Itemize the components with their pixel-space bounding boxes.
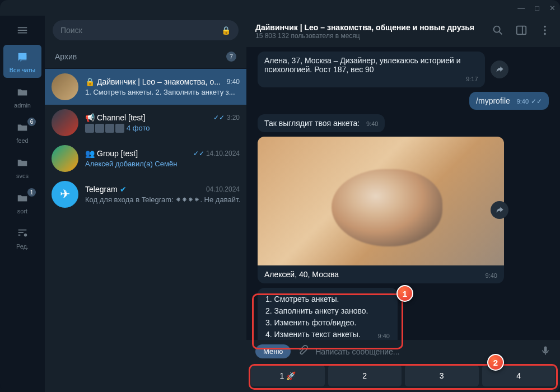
- rail-all-chats[interactable]: Все чаты: [3, 45, 41, 78]
- chat-name: 📢Channel [test]: [85, 113, 145, 122]
- chat-time: 9:40: [227, 78, 240, 86]
- chat-preview: Код для входа в Telegram: ⁕⁕⁕⁕. Не давай…: [85, 195, 240, 204]
- svg-rect-2: [517, 26, 526, 35]
- voice-icon[interactable]: [540, 345, 551, 358]
- message-time: 9:17: [466, 76, 478, 82]
- avatar: [52, 145, 78, 172]
- menu-option: 2. Заполнить анкету заново.: [265, 305, 390, 317]
- rail-label: admin: [14, 102, 31, 109]
- bot-menu-button[interactable]: Меню: [255, 344, 291, 358]
- search-placeholder: Поиск: [60, 26, 82, 35]
- rail-edit[interactable]: Ред.: [3, 221, 41, 254]
- folder-rail: Все чаты admin feed 6 svcs sort 1 Ред.: [0, 16, 45, 392]
- rail-folder-feed[interactable]: feed 6: [3, 115, 41, 148]
- unread-badge: 6: [27, 118, 36, 126]
- chat-time: ✓✓ 3:20: [213, 114, 240, 122]
- unread-badge: 1: [27, 188, 36, 197]
- svg-point-5: [544, 33, 546, 35]
- profile-photo[interactable]: [258, 137, 504, 265]
- rail-label: feed: [16, 137, 28, 144]
- chat-item[interactable]: 📢Channel [test] ✓✓ 3:20 4 фото: [45, 105, 246, 141]
- chat-preview: 4 фото: [85, 124, 240, 133]
- chat-name: 🔒Дайвинчик | Leo – знакомства, о...: [85, 77, 221, 86]
- message-time: 9:40: [517, 98, 529, 105]
- read-checks-icon: ✓✓: [193, 150, 204, 157]
- input-area: Меню Написать сообщение...: [246, 340, 560, 363]
- avatar: [52, 73, 78, 100]
- minimize-button[interactable]: —: [517, 4, 525, 12]
- message-time: 9:40: [378, 332, 390, 340]
- chat-item[interactable]: 👥Group [test] ✓✓ 14.10.2024 Алексей доба…: [45, 141, 246, 176]
- rail-label: Все чаты: [10, 67, 36, 73]
- menu-button[interactable]: [11, 21, 34, 39]
- chat-item[interactable]: 🔒Дайвинчик | Leo – знакомства, о... 9:40…: [45, 69, 246, 105]
- rail-folder-sort[interactable]: sort 1: [3, 186, 41, 219]
- read-checks-icon: ✓✓: [213, 114, 225, 122]
- message-photo[interactable]: Алексей, 40, Москва 9:40: [258, 137, 485, 283]
- avatar: [52, 109, 78, 136]
- rail-folder-svcs[interactable]: svcs: [3, 151, 41, 184]
- verified-icon: ✔: [120, 185, 127, 194]
- message-menu[interactable]: 1. Смотреть анкеты. 2. Заполнить анкету …: [258, 288, 398, 340]
- menu-option: 1. Смотреть анкеты.: [265, 293, 390, 305]
- keyboard-button-1[interactable]: 1 🚀: [251, 365, 325, 386]
- folder-icon: [15, 85, 30, 100]
- chat-time: 04.10.2024: [206, 185, 240, 193]
- folder-icon: [15, 155, 30, 171]
- chat-list-sidebar: Поиск 🔒 Архив 7 🔒Дайвинчик | Leo – знако…: [45, 16, 246, 392]
- sidebar-toggle-icon[interactable]: [515, 24, 528, 39]
- chat-item[interactable]: ✈ Telegram ✔ 04.10.2024 Код для входа в …: [45, 176, 246, 212]
- svg-rect-6: [544, 346, 547, 352]
- message-time: 9:40: [366, 120, 378, 127]
- chat-header[interactable]: Дайвинчик | Leo – знакомства, общение и …: [246, 16, 560, 47]
- menu-option: 3. Изменить фото/видео.: [265, 317, 390, 329]
- chat-name: 👥Group [test]: [85, 149, 138, 158]
- read-checks-icon: ✓✓: [531, 97, 542, 105]
- message-text: Алена, 37, Москва – Дизайнер, увлекаюсь …: [264, 56, 460, 74]
- keyboard-button-3[interactable]: 3: [405, 365, 479, 386]
- archive-label: Архив: [55, 52, 77, 61]
- message-text: /myprofile: [476, 96, 510, 105]
- svg-point-1: [494, 26, 500, 32]
- photo-thumbs: [85, 124, 124, 133]
- window-titlebar: — □ ✕: [0, 0, 560, 16]
- chat-icon: [15, 49, 30, 65]
- search-input[interactable]: Поиск 🔒: [53, 20, 239, 40]
- menu-option: 4. Изменить текст анкеты.: [265, 329, 361, 340]
- message-in[interactable]: Алена, 37, Москва – Дизайнер, увлекаюсь …: [258, 52, 485, 87]
- chat-title: Дайвинчик | Leo – знакомства, общение и …: [255, 23, 484, 32]
- message-in[interactable]: Так выглядит твоя анкета: 9:40: [258, 114, 385, 132]
- svg-point-3: [544, 26, 546, 28]
- chat-subtitle: 15 803 132 пользователя в месяц: [255, 32, 484, 40]
- rail-label: svcs: [16, 172, 29, 179]
- menu-icon: [16, 24, 29, 36]
- message-out[interactable]: /myprofile 9:40 ✓✓: [469, 92, 549, 110]
- svg-point-4: [544, 29, 546, 31]
- chat-time: ✓✓ 14.10.2024: [193, 150, 240, 157]
- keyboard-button-2[interactable]: 2: [328, 365, 402, 386]
- message-text: Так выглядит твоя анкета:: [264, 119, 360, 128]
- chat-main: Дайвинчик | Leo – знакомства, общение и …: [246, 16, 560, 392]
- annotation-marker-1: 1: [396, 285, 413, 302]
- message-input[interactable]: Написать сообщение...: [315, 347, 533, 356]
- svg-point-0: [24, 234, 27, 237]
- chat-preview: Алексей добавил(а) Семён: [85, 160, 240, 168]
- reply-keyboard: 1 🚀 2 3 4: [246, 363, 560, 392]
- close-button[interactable]: ✕: [549, 4, 556, 12]
- message-time: 9:40: [486, 272, 497, 279]
- avatar: ✈: [52, 181, 78, 208]
- forward-button[interactable]: [491, 201, 508, 219]
- rail-label: sort: [17, 208, 27, 214]
- more-icon[interactable]: [539, 24, 551, 39]
- attach-icon[interactable]: [297, 345, 309, 358]
- rail-folder-admin[interactable]: admin: [3, 80, 41, 113]
- forward-button[interactable]: [491, 60, 508, 78]
- lock-icon: 🔒: [221, 26, 231, 35]
- maximize-button[interactable]: □: [535, 4, 539, 12]
- search-icon[interactable]: [492, 24, 504, 39]
- chat-name: Telegram ✔: [85, 185, 127, 194]
- photo-caption: Алексей, 40, Москва: [264, 270, 339, 279]
- archive-row[interactable]: Архив 7: [45, 45, 246, 69]
- rail-label: Ред.: [16, 243, 29, 250]
- annotation-marker-2: 2: [487, 354, 504, 371]
